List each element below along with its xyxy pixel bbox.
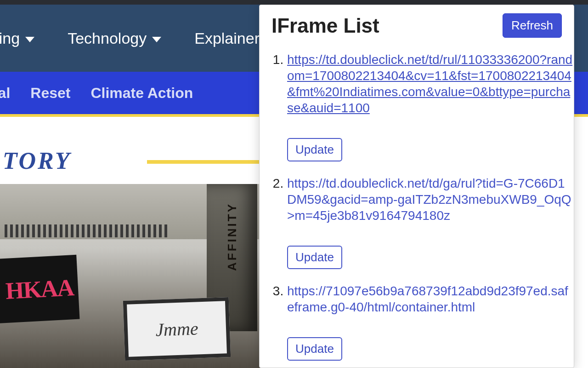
nav-item-label: Explainer bbox=[194, 29, 260, 47]
nav-item-label: Technology bbox=[68, 29, 147, 47]
hero-shop-sign-white-text: Jmme bbox=[155, 317, 199, 340]
chevron-down-icon bbox=[152, 37, 161, 42]
nav-item-technology[interactable]: Technology bbox=[68, 29, 161, 47]
nav-item-label: nding bbox=[0, 29, 20, 47]
heading-underline bbox=[147, 160, 266, 164]
nav-item-trending[interactable]: nding bbox=[0, 29, 34, 47]
iframe-url-link[interactable]: https://td.doubleclick.net/td/rul/110333… bbox=[287, 52, 574, 116]
panel-title: IFrame List bbox=[271, 14, 379, 37]
refresh-button[interactable]: Refresh bbox=[503, 13, 562, 38]
chevron-down-icon bbox=[25, 37, 34, 42]
hero-shop-sign-red-text: HKAA bbox=[5, 274, 74, 305]
hero-shop-sign-red: HKAA bbox=[0, 255, 79, 325]
hero-shop-sign-white: Jmme bbox=[123, 297, 231, 361]
browser-chrome-strip bbox=[0, 0, 588, 5]
hero-image: AFFINITY HKAA Jmme bbox=[0, 184, 266, 368]
update-button[interactable]: Update bbox=[287, 337, 342, 361]
subnav-item-reset[interactable]: Reset bbox=[30, 85, 70, 102]
iframe-url-link[interactable]: https://td.doubleclick.net/td/ga/rul?tid… bbox=[287, 175, 574, 224]
iframe-list-item: https://71097e56b9a768739f12abd9d23f97ed… bbox=[287, 283, 574, 361]
nav-item-explainer[interactable]: Explainer bbox=[194, 29, 260, 47]
hero-railings bbox=[5, 224, 202, 237]
subnav-item-likealocal[interactable]: keALocal bbox=[0, 85, 10, 102]
iframe-list-item: https://td.doubleclick.net/td/ga/rul?tid… bbox=[287, 175, 574, 269]
update-button[interactable]: Update bbox=[287, 246, 342, 269]
subnav-item-climate-action[interactable]: Climate Action bbox=[90, 85, 193, 102]
update-button[interactable]: Update bbox=[287, 138, 342, 161]
iframe-list-panel: IFrame List Refresh https://td.doublecli… bbox=[259, 5, 574, 368]
panel-header: IFrame List Refresh bbox=[271, 13, 574, 38]
iframe-list: https://td.doubleclick.net/td/rul/110333… bbox=[271, 52, 574, 368]
section-heading-big-story: IG STORY bbox=[0, 147, 72, 174]
iframe-url-link[interactable]: https://71097e56b9a768739f12abd9d23f97ed… bbox=[287, 283, 574, 315]
iframe-list-item: https://td.doubleclick.net/td/rul/110333… bbox=[287, 52, 574, 161]
hero-pillar-text: AFFINITY bbox=[225, 202, 239, 271]
